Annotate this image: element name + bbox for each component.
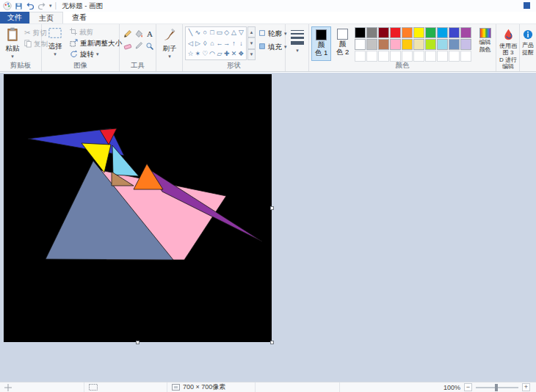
palette-swatch[interactable] <box>449 27 460 38</box>
palette-swatch[interactable] <box>366 39 377 50</box>
select-button[interactable]: 选择 ▾ <box>44 24 66 57</box>
shape-option[interactable]: ▽ <box>238 28 245 37</box>
shape-option[interactable]: ↑ <box>231 39 237 48</box>
palette-swatch[interactable] <box>355 27 366 38</box>
text-tool[interactable]: A <box>145 29 155 39</box>
edit-colors-button[interactable]: 编辑 颜色 <box>475 26 495 53</box>
palette-swatch[interactable] <box>378 39 389 50</box>
shape-option[interactable]: ☆ <box>187 49 194 59</box>
palette-swatch[interactable] <box>355 51 366 62</box>
palette-swatch[interactable] <box>413 39 424 50</box>
pencil-tool[interactable] <box>123 29 133 39</box>
shape-option[interactable]: ✚ <box>223 49 230 59</box>
qat-customize-caret-icon[interactable]: ▾ <box>49 3 52 9</box>
palette-swatch[interactable] <box>378 27 389 38</box>
paste-label: 粘贴 <box>6 44 20 54</box>
palette-swatch[interactable] <box>460 51 471 62</box>
undo-icon[interactable] <box>26 1 35 10</box>
shape-option[interactable]: ○ <box>202 28 209 37</box>
shape-option[interactable]: ▭ <box>216 28 222 37</box>
palette-swatch[interactable] <box>390 39 401 50</box>
shape-option[interactable]: ◊ <box>202 39 209 48</box>
palette-swatch[interactable] <box>378 51 389 62</box>
status-spacer <box>340 382 438 392</box>
palette-swatch[interactable] <box>366 51 377 62</box>
size-button[interactable]: ▾ <box>289 28 306 53</box>
brushes-button[interactable]: 刷子 ▾ <box>159 25 181 59</box>
palette-swatch[interactable] <box>402 27 413 38</box>
paint3d-button[interactable]: 使用画图 3 D 进行编辑 <box>497 26 519 70</box>
palette-swatch[interactable] <box>425 39 436 50</box>
shape-option[interactable]: □ <box>209 28 216 37</box>
zoom-slider[interactable] <box>476 387 518 388</box>
zoom-slider-thumb[interactable] <box>495 384 498 391</box>
shape-option[interactable]: ← <box>216 39 222 48</box>
shape-option[interactable]: ╲ <box>187 28 194 37</box>
canvas-resize-handle-right[interactable] <box>270 206 274 210</box>
palette-swatch[interactable] <box>402 39 413 50</box>
palette-swatch[interactable] <box>413 27 424 38</box>
crop-button[interactable]: 裁剪 <box>70 27 93 37</box>
rotate-button[interactable]: 旋转 ▾ <box>70 49 99 59</box>
paste-button[interactable]: 粘贴 ▾ <box>1 24 23 59</box>
resize-icon <box>70 39 78 48</box>
drawing-canvas[interactable] <box>4 74 272 342</box>
palette-swatch[interactable] <box>402 51 413 62</box>
redo-icon[interactable] <box>37 1 46 10</box>
shape-option[interactable]: △ <box>231 28 237 37</box>
shape-option[interactable]: ❖ <box>238 49 245 59</box>
gallery-up-icon[interactable]: ▲ <box>247 26 256 37</box>
palette-swatch[interactable] <box>355 39 366 50</box>
rotate-icon <box>70 50 78 59</box>
shape-option[interactable]: ◇ <box>223 28 230 37</box>
canvas-resize-handle-corner[interactable] <box>270 341 274 344</box>
product-alerts-button[interactable]: 产品 提醒 <box>520 27 536 56</box>
palette-swatch[interactable] <box>390 27 401 38</box>
save-icon[interactable] <box>15 2 23 10</box>
palette-swatch[interactable] <box>390 51 401 62</box>
tab-view[interactable]: 查看 <box>63 12 95 23</box>
shape-option[interactable]: ▱ <box>216 49 222 59</box>
canvas-resize-handle-bottom[interactable] <box>136 341 140 344</box>
resize-button[interactable]: 重新调整大小 <box>70 38 122 48</box>
outline-button[interactable]: 轮廓 ▾ <box>258 29 287 39</box>
selection-size-segment <box>84 382 167 392</box>
shape-option[interactable]: ⌂ <box>209 39 216 48</box>
shape-option[interactable]: ▷ <box>195 39 201 48</box>
fill-button[interactable]: 填充 ▾ <box>258 42 287 52</box>
magnifier-tool[interactable] <box>145 41 155 51</box>
palette-swatch[interactable] <box>437 51 448 62</box>
palette-swatch[interactable] <box>413 51 424 62</box>
zoom-out-button[interactable]: − <box>464 383 472 391</box>
palette-swatch[interactable] <box>425 51 436 62</box>
palette-swatch[interactable] <box>449 39 460 50</box>
paint3d-line2: D 进行编辑 <box>497 57 519 70</box>
tab-file[interactable]: 文件 <box>0 12 29 23</box>
color2-button[interactable]: 颜 色 2 <box>333 26 352 61</box>
eraser-tool[interactable] <box>123 41 133 51</box>
palette-swatch[interactable] <box>460 39 471 50</box>
gallery-down-icon[interactable]: ▼ <box>247 37 256 48</box>
shape-option[interactable]: ◠ <box>209 49 216 59</box>
palette-swatch[interactable] <box>425 27 436 38</box>
shape-option[interactable]: ∿ <box>195 28 201 37</box>
shape-option[interactable]: ♡ <box>202 49 209 59</box>
shape-option[interactable]: ✶ <box>195 49 201 59</box>
palette-swatch[interactable] <box>437 39 448 50</box>
palette-swatch[interactable] <box>449 51 460 62</box>
zoom-in-button[interactable]: + <box>522 383 530 391</box>
color1-button[interactable]: 颜 色 1 <box>311 26 331 61</box>
palette-swatch[interactable] <box>437 27 448 38</box>
color-picker-tool[interactable] <box>134 41 144 51</box>
fill-tool[interactable] <box>134 29 144 39</box>
shape-option[interactable]: → <box>223 39 230 48</box>
group-paint3d: 使用画图 3 D 进行编辑 <box>496 24 520 71</box>
gallery-more-icon[interactable]: ▼ <box>247 49 256 60</box>
palette-swatch[interactable] <box>366 27 377 38</box>
shape-option[interactable]: ✕ <box>231 49 237 59</box>
shape-option[interactable]: ◁ <box>187 39 194 48</box>
select-label: 选择 <box>48 42 62 51</box>
palette-swatch[interactable] <box>460 27 471 38</box>
shape-option[interactable]: ↓ <box>238 39 245 48</box>
tab-home[interactable]: 主页 <box>29 12 63 23</box>
